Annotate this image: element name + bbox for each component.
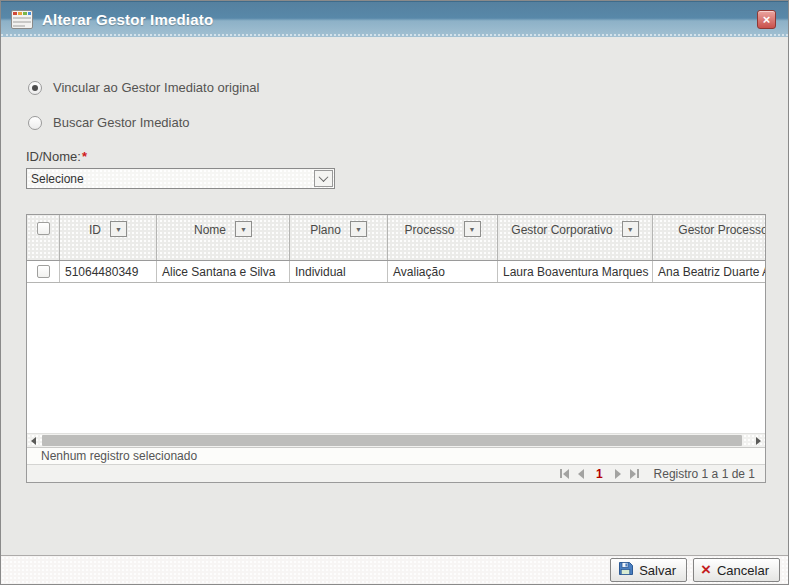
first-page-icon <box>560 469 562 478</box>
dialog-title: Alterar Gestor Imediato <box>42 11 213 28</box>
last-page-icon <box>637 469 639 478</box>
horizontal-scrollbar[interactable] <box>27 433 765 447</box>
row-checkbox[interactable] <box>37 265 50 278</box>
radio-unselected-icon <box>28 116 42 130</box>
prev-page-button[interactable] <box>578 469 584 479</box>
selection-status-text: Nenhum registro selecionado <box>41 449 197 463</box>
cancel-button[interactable]: × Cancelar <box>693 558 780 582</box>
save-button[interactable]: Salvar <box>610 558 687 582</box>
prev-page-icon <box>578 469 584 479</box>
gestor-corporativo-filter-dropdown-icon[interactable]: ▼ <box>622 221 639 237</box>
cell-plano: Individual <box>290 261 388 282</box>
form-icon <box>11 10 33 29</box>
cell-nome: Alice Santana e Silva <box>157 261 290 282</box>
header-select-all-cell <box>27 215 60 260</box>
header-plano-label: Plano <box>310 223 341 237</box>
cancel-button-label: Cancelar <box>717 563 769 578</box>
radio-buscar-gestor[interactable]: Buscar Gestor Imediato <box>28 115 190 130</box>
grid-empty-area <box>27 283 765 433</box>
header-nome-label: Nome <box>194 223 226 237</box>
chevron-down-icon <box>319 172 329 182</box>
radio-vincular-gestor-original[interactable]: Vincular ao Gestor Imediato original <box>28 80 259 95</box>
scroll-right-icon[interactable] <box>756 437 761 445</box>
next-page-icon <box>615 469 621 479</box>
dialog-titlebar: Alterar Gestor Imediato × <box>1 1 788 37</box>
row-checkbox-cell <box>27 261 60 282</box>
cell-id: 51064480349 <box>60 261 157 282</box>
header-processo-label: Processo <box>404 223 454 237</box>
floppy-disk-icon <box>618 561 633 579</box>
grid-scroll-area: ID ▼ Nome ▼ Plano ▼ Processo ▼ <box>27 215 765 447</box>
grid-status-bar: Nenhum registro selecionado <box>27 447 765 464</box>
plano-filter-dropdown-icon[interactable]: ▼ <box>350 221 367 237</box>
required-asterisk: * <box>82 149 87 164</box>
header-gestor-corporativo-label: Gestor Corporativo <box>511 223 612 237</box>
scroll-left-icon[interactable] <box>31 437 36 445</box>
grid-pagination-bar: 1 Registro 1 a 1 de 1 <box>27 464 765 482</box>
select-dropdown-button[interactable] <box>314 170 333 187</box>
current-page-number: 1 <box>593 467 606 481</box>
results-grid: ID ▼ Nome ▼ Plano ▼ Processo ▼ <box>26 214 766 483</box>
header-gestor-processo-label: Gestor Processo <box>678 223 765 237</box>
header-id: ID ▼ <box>60 215 157 260</box>
id-nome-label: ID/Nome:* <box>26 149 87 164</box>
close-icon: × <box>763 12 771 27</box>
first-page-button[interactable] <box>560 469 569 479</box>
id-nome-label-text: ID/Nome: <box>26 149 81 164</box>
grid-header-row: ID ▼ Nome ▼ Plano ▼ Processo ▼ <box>27 215 765 261</box>
header-gestor-processo: Gestor Processo <box>653 215 765 260</box>
header-plano: Plano ▼ <box>290 215 388 260</box>
radio-buscar-label: Buscar Gestor Imediato <box>53 115 190 130</box>
processo-filter-dropdown-icon[interactable]: ▼ <box>464 221 481 237</box>
header-processo: Processo ▼ <box>388 215 498 260</box>
cancel-x-icon: × <box>701 563 711 577</box>
table-row[interactable]: 51064480349 Alice Santana e Silva Indivi… <box>27 261 765 283</box>
cell-gestor-processo: Ana Beatriz Duarte Al <box>653 261 765 282</box>
id-filter-dropdown-icon[interactable]: ▼ <box>110 221 127 237</box>
radio-vincular-label: Vincular ao Gestor Imediato original <box>53 80 259 95</box>
save-button-label: Salvar <box>639 563 676 578</box>
id-nome-select[interactable]: Selecione <box>26 168 335 189</box>
close-button[interactable]: × <box>757 10 776 29</box>
header-nome: Nome ▼ <box>157 215 290 260</box>
nome-filter-dropdown-icon[interactable]: ▼ <box>235 221 252 237</box>
select-value: Selecione <box>27 172 314 186</box>
next-page-button[interactable] <box>615 469 621 479</box>
record-range-text: Registro 1 a 1 de 1 <box>654 467 755 481</box>
dialog-footer: Salvar × Cancelar <box>1 555 788 584</box>
radio-selected-icon <box>28 81 42 95</box>
scrollbar-thumb[interactable] <box>42 435 742 446</box>
header-gestor-corporativo: Gestor Corporativo ▼ <box>498 215 653 260</box>
header-id-label: ID <box>89 223 101 237</box>
select-all-checkbox[interactable] <box>37 222 50 235</box>
last-page-button[interactable] <box>630 469 639 479</box>
dialog-alterar-gestor-imediato: Alterar Gestor Imediato × Vincular ao Ge… <box>0 0 789 585</box>
cell-gestor-corporativo: Laura Boaventura Marques <box>498 261 653 282</box>
cell-processo: Avaliação <box>388 261 498 282</box>
